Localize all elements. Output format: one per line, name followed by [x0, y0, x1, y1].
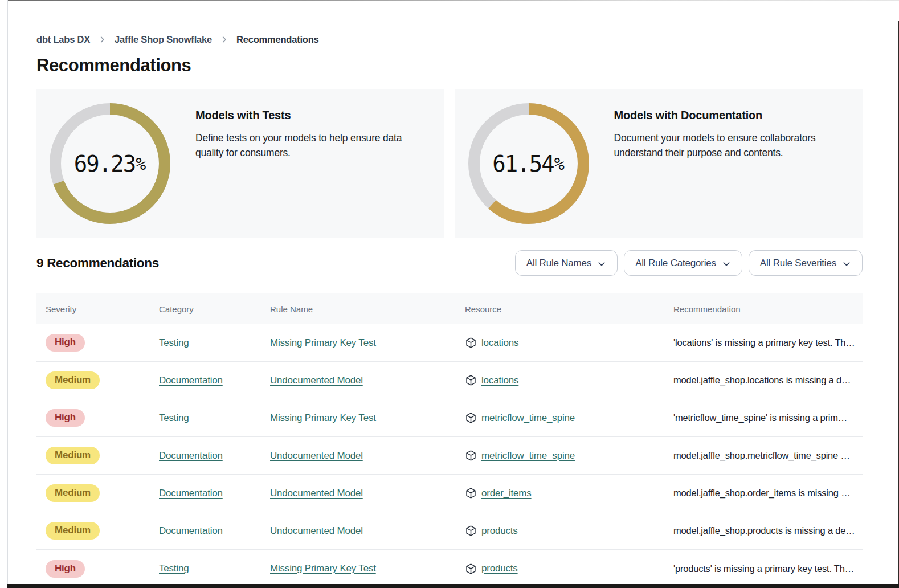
column-header-severity: Severity	[36, 304, 150, 314]
documentation-donut-chart: 61.54%	[468, 103, 589, 224]
recommendations-table: Severity Category Rule Name Resource Rec…	[36, 293, 863, 587]
rule-name-link[interactable]: Undocumented Model	[270, 375, 363, 386]
table-row: High Testing Missing Primary Key Test lo…	[36, 324, 863, 362]
recommendation-text: model.jaffle_shop.locations is missing a…	[664, 375, 863, 386]
rule-name-link[interactable]: Missing Primary Key Test	[270, 337, 376, 348]
rule-name-link[interactable]: Undocumented Model	[270, 488, 363, 499]
resource-link[interactable]: metricflow_time_spine	[481, 413, 575, 424]
model-cube-icon	[465, 374, 477, 386]
model-cube-icon	[465, 525, 477, 537]
window-top-edge	[7, 0, 899, 1]
card-title: Models with Documentation	[614, 109, 831, 122]
models-with-tests-card: 69.23% Models with Tests Define tests on…	[36, 89, 444, 238]
rule-name-link[interactable]: Undocumented Model	[270, 450, 363, 461]
chevron-down-icon	[597, 259, 606, 268]
rule-names-filter[interactable]: All Rule Names	[515, 250, 618, 276]
severity-badge: Medium	[46, 371, 100, 389]
resource-link[interactable]: locations	[481, 337, 518, 349]
severity-badge: Medium	[46, 447, 100, 464]
resource-link[interactable]: locations	[481, 375, 518, 386]
category-link[interactable]: Documentation	[159, 525, 223, 536]
filter-label: All Rule Categories	[635, 258, 716, 269]
recommendation-text: model.jaffle_shop.products is missing a …	[664, 525, 863, 536]
percent-sign: %	[136, 154, 146, 174]
table-row: Medium Documentation Undocumented Model …	[36, 475, 863, 512]
resource-link[interactable]: products	[481, 525, 518, 537]
filter-label: All Rule Severities	[760, 258, 836, 269]
card-title: Models with Tests	[195, 109, 431, 122]
column-header-rule-name: Rule Name	[261, 304, 456, 314]
severity-badge: High	[46, 560, 85, 578]
models-with-documentation-card: 61.54% Models with Documentation Documen…	[455, 89, 863, 238]
table-row: High Testing Missing Primary Key Test me…	[36, 399, 863, 437]
chevron-right-icon	[220, 35, 228, 44]
percent-value: 61.54	[492, 151, 553, 177]
breadcrumb: dbt Labs DX Jaffle Shop Snowflake Recomm…	[36, 34, 863, 45]
tests-percent-label: 69.23%	[50, 103, 170, 224]
recommendation-text: 'locations' is missing a primary key tes…	[664, 337, 863, 348]
category-link[interactable]: Documentation	[159, 375, 223, 386]
column-header-recommendation: Recommendation	[664, 304, 863, 314]
rule-severities-filter[interactable]: All Rule Severities	[749, 250, 863, 276]
percent-value: 69.23	[74, 151, 135, 177]
recommendation-text: 'metricflow_time_spine' is missing a pri…	[664, 413, 863, 423]
model-cube-icon	[465, 337, 477, 349]
resource-link[interactable]: order_items	[481, 488, 532, 499]
recommendations-list-header: 9 Recommendations All Rule Names All Rul…	[36, 250, 863, 276]
table-row: Medium Documentation Undocumented Model …	[36, 512, 863, 550]
column-header-category: Category	[150, 304, 261, 314]
table-row: High Testing Missing Primary Key Test pr…	[36, 550, 863, 587]
category-link[interactable]: Testing	[159, 563, 189, 574]
metric-cards: 69.23% Models with Tests Define tests on…	[36, 89, 863, 238]
page-content: dbt Labs DX Jaffle Shop Snowflake Recomm…	[8, 0, 898, 584]
table-row: Medium Documentation Undocumented Model …	[36, 437, 863, 475]
card-description: Document your models to ensure collabora…	[614, 130, 831, 160]
model-cube-icon	[465, 412, 477, 424]
table-row: Medium Documentation Undocumented Model …	[36, 362, 863, 399]
model-cube-icon	[465, 563, 477, 575]
documentation-percent-label: 61.54%	[468, 103, 589, 224]
card-description: Define tests on your models to help ensu…	[195, 130, 431, 160]
chevron-down-icon	[842, 259, 851, 268]
model-cube-icon	[465, 487, 477, 499]
severity-badge: Medium	[46, 522, 100, 540]
category-link[interactable]: Documentation	[159, 450, 223, 461]
severity-badge: High	[46, 334, 85, 352]
tests-donut-chart: 69.23%	[50, 103, 170, 224]
filters: All Rule Names All Rule Categories All R…	[515, 250, 863, 276]
recommendation-text: model.jaffle_shop.order_items is missing…	[664, 488, 863, 499]
resource-link[interactable]: products	[481, 563, 518, 574]
filter-label: All Rule Names	[526, 258, 591, 269]
cutoff-row-strip	[7, 584, 899, 588]
table-header-row: Severity Category Rule Name Resource Rec…	[36, 293, 863, 324]
window-left-edge	[7, 0, 8, 588]
category-link[interactable]: Documentation	[159, 488, 223, 499]
chevron-right-icon	[98, 35, 107, 44]
recommendation-text: model.jaffle_shop.metricflow_time_spine …	[664, 450, 863, 461]
rule-categories-filter[interactable]: All Rule Categories	[624, 250, 742, 276]
rule-name-link[interactable]: Missing Primary Key Test	[270, 413, 376, 423]
rule-name-link[interactable]: Missing Primary Key Test	[270, 563, 376, 574]
breadcrumb-current: Recommendations	[236, 34, 319, 45]
recommendation-text: 'products' is missing a primary key test…	[664, 564, 863, 574]
category-link[interactable]: Testing	[159, 337, 189, 348]
rule-name-link[interactable]: Undocumented Model	[270, 525, 363, 536]
breadcrumb-project[interactable]: Jaffle Shop Snowflake	[115, 34, 212, 45]
chevron-down-icon	[722, 259, 731, 268]
column-header-resource: Resource	[456, 304, 664, 314]
breadcrumb-account[interactable]: dbt Labs DX	[36, 34, 90, 45]
page-title: Recommendations	[36, 55, 863, 76]
severity-badge: High	[46, 409, 85, 427]
model-cube-icon	[465, 450, 477, 462]
recommendations-count: 9 Recommendations	[36, 256, 159, 271]
resource-link[interactable]: metricflow_time_spine	[481, 450, 575, 462]
severity-badge: Medium	[46, 484, 100, 502]
percent-sign: %	[554, 154, 565, 174]
category-link[interactable]: Testing	[159, 413, 189, 423]
